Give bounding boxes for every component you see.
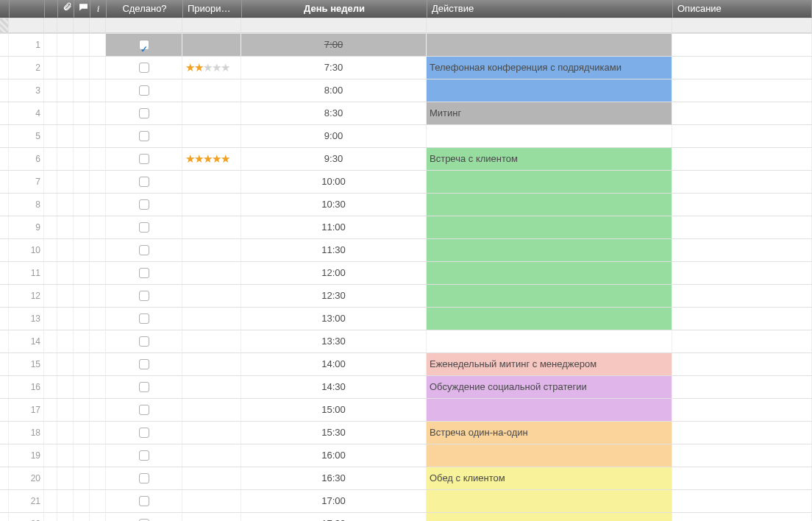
done-checkbox[interactable] <box>139 519 149 521</box>
filter-info[interactable] <box>90 18 106 33</box>
cell-done[interactable] <box>106 216 182 238</box>
done-checkbox[interactable] <box>139 63 149 73</box>
cell-action[interactable] <box>427 34 672 56</box>
cell-action[interactable]: Обсуждение социальной стратегии <box>427 376 672 398</box>
cell-day[interactable]: 17:30 <box>241 513 427 521</box>
done-checkbox[interactable] <box>139 291 149 301</box>
cell-priority[interactable] <box>182 194 241 216</box>
row-blank[interactable] <box>44 376 57 398</box>
row-info[interactable] <box>90 422 106 444</box>
filter-rownum[interactable] <box>9 18 44 33</box>
cell-action[interactable] <box>427 79 672 102</box>
table-row[interactable]: 2★★★★★7:30Телефонная конференция с подря… <box>0 57 812 79</box>
row-info[interactable] <box>90 353 106 375</box>
row-comment[interactable] <box>74 444 90 467</box>
row-info[interactable] <box>90 102 106 124</box>
row-attach[interactable] <box>57 399 74 421</box>
cell-action[interactable] <box>427 285 672 307</box>
row-attach[interactable] <box>57 125 74 147</box>
row-attach[interactable] <box>57 239 74 261</box>
cell-description[interactable] <box>672 422 812 444</box>
cell-day[interactable]: 11:00 <box>241 216 427 238</box>
cell-priority[interactable] <box>182 239 241 261</box>
priority-stars[interactable]: ★★★★★ <box>185 152 229 165</box>
row-comment[interactable] <box>74 285 90 307</box>
cell-priority[interactable] <box>182 490 241 512</box>
header-priority[interactable]: Приори… <box>183 0 242 18</box>
cell-priority[interactable] <box>182 308 241 330</box>
cell-priority[interactable] <box>182 422 241 444</box>
header-description[interactable]: Описание <box>673 0 812 18</box>
row-info[interactable] <box>90 34 106 56</box>
cell-done[interactable] <box>106 308 182 330</box>
filter-attach[interactable] <box>57 18 74 33</box>
row-info[interactable] <box>90 308 106 330</box>
row-attach[interactable] <box>57 148 74 170</box>
table-row[interactable]: 17:00 <box>0 34 812 57</box>
row-attach[interactable] <box>57 422 74 444</box>
row-comment[interactable] <box>74 194 90 216</box>
row-attach[interactable] <box>57 171 74 193</box>
header-blank[interactable] <box>45 0 58 18</box>
row-comment[interactable] <box>74 490 90 512</box>
row-blank[interactable] <box>44 57 57 79</box>
row-info[interactable] <box>90 79 106 102</box>
cell-priority[interactable] <box>182 171 241 193</box>
row-info[interactable] <box>90 262 106 284</box>
table-row[interactable]: 2217:30 <box>0 513 812 521</box>
cell-priority[interactable] <box>182 353 241 375</box>
row-info[interactable] <box>90 376 106 398</box>
done-checkbox[interactable] <box>139 405 149 415</box>
cell-description[interactable] <box>672 125 812 147</box>
done-checkbox[interactable] <box>139 496 149 506</box>
cell-day[interactable]: 8:00 <box>241 79 427 102</box>
done-checkbox[interactable] <box>139 450 149 461</box>
cell-day[interactable]: 13:30 <box>241 330 427 352</box>
row-blank[interactable] <box>44 308 57 330</box>
cell-action[interactable] <box>427 239 672 261</box>
header-day[interactable]: День недели <box>242 0 427 18</box>
row-comment[interactable] <box>74 353 90 375</box>
header-action[interactable]: Действие <box>427 0 673 18</box>
cell-description[interactable] <box>672 171 812 193</box>
cell-description[interactable] <box>672 308 812 330</box>
cell-priority[interactable] <box>182 79 241 102</box>
cell-description[interactable] <box>672 330 812 352</box>
cell-day[interactable]: 7:30 <box>241 57 427 79</box>
cell-action[interactable]: Еженедельный митинг с менеджером <box>427 353 672 375</box>
cell-priority[interactable] <box>182 330 241 352</box>
cell-action[interactable]: Телефонная конференция с подрядчиками <box>427 57 672 79</box>
row-blank[interactable] <box>44 102 57 124</box>
row-attach[interactable] <box>57 330 74 352</box>
row-comment[interactable] <box>74 34 90 56</box>
cell-action[interactable] <box>427 125 672 147</box>
cell-description[interactable] <box>672 353 812 375</box>
cell-day[interactable]: 15:00 <box>241 399 427 421</box>
cell-day[interactable]: 8:30 <box>241 102 427 124</box>
cell-done[interactable] <box>106 239 182 261</box>
row-attach[interactable] <box>57 467 74 489</box>
cell-done[interactable] <box>106 513 182 521</box>
cell-done[interactable] <box>106 376 182 398</box>
row-info[interactable] <box>90 216 106 238</box>
table-row[interactable]: 1916:00 <box>0 444 812 467</box>
cell-done[interactable] <box>106 262 182 284</box>
cell-done[interactable] <box>106 330 182 352</box>
filter-comment[interactable] <box>74 18 90 33</box>
done-checkbox[interactable] <box>139 245 149 255</box>
cell-day[interactable]: 9:30 <box>241 148 427 170</box>
row-comment[interactable] <box>74 399 90 421</box>
cell-action[interactable] <box>427 399 672 421</box>
filter-desc[interactable] <box>672 18 812 33</box>
table-row[interactable]: 2016:30Обед с клиентом <box>0 467 812 490</box>
cell-action[interactable] <box>427 490 672 512</box>
row-blank[interactable] <box>44 194 57 216</box>
cell-day[interactable]: 10:30 <box>241 194 427 216</box>
cell-description[interactable] <box>672 102 812 124</box>
done-checkbox[interactable] <box>139 359 149 369</box>
row-blank[interactable] <box>44 467 57 489</box>
row-attach[interactable] <box>57 513 74 521</box>
filter-priority[interactable] <box>182 18 241 33</box>
cell-priority[interactable] <box>182 376 241 398</box>
row-comment[interactable] <box>74 513 90 521</box>
